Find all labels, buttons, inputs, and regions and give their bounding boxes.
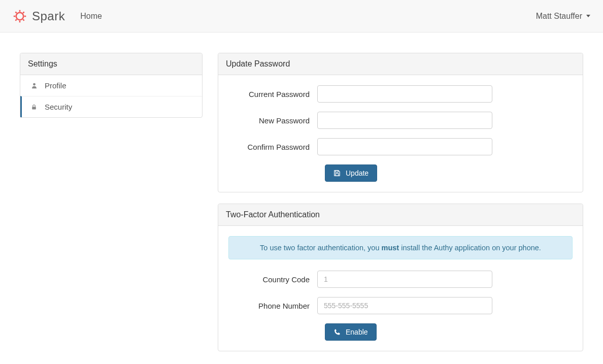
svg-rect-12 xyxy=(336,174,339,176)
save-icon xyxy=(333,170,341,177)
content-area: Update Password Current Password New Pas… xyxy=(218,53,583,362)
enable-button-label: Enable xyxy=(346,328,368,336)
svg-rect-11 xyxy=(336,171,338,173)
phone-number-input[interactable] xyxy=(317,297,492,314)
svg-line-8 xyxy=(23,12,24,13)
two-factor-panel: Two-Factor Authentication To use two fac… xyxy=(218,204,583,351)
user-menu-toggle[interactable]: Matt Stauffer xyxy=(536,12,590,21)
sidebar-item-label: Profile xyxy=(45,81,66,90)
info-text-suffix: install the Authy application on your ph… xyxy=(399,244,541,252)
update-password-panel: Update Password Current Password New Pas… xyxy=(218,53,583,192)
settings-panel: Settings Profile xyxy=(20,53,203,118)
country-code-label: Country Code xyxy=(228,275,317,284)
user-name: Matt Stauffer xyxy=(536,12,582,21)
svg-rect-10 xyxy=(32,107,36,109)
confirm-password-label: Confirm Password xyxy=(228,143,317,151)
current-password-input[interactable] xyxy=(317,85,492,103)
settings-nav-list: Profile Security xyxy=(20,75,202,117)
svg-line-5 xyxy=(15,12,16,13)
caret-down-icon xyxy=(586,15,590,17)
sidebar-item-profile[interactable]: Profile xyxy=(20,75,202,96)
phone-icon xyxy=(333,328,341,336)
confirm-password-input[interactable] xyxy=(317,138,492,155)
brand-link[interactable]: Spark xyxy=(13,9,65,23)
two-factor-title: Two-Factor Authentication xyxy=(218,204,583,226)
current-password-label: Current Password xyxy=(228,90,317,98)
sidebar-item-label: Security xyxy=(45,103,72,111)
info-text-prefix: To use two factor authentication, you xyxy=(260,244,381,252)
sidebar-item-security[interactable]: Security xyxy=(20,96,202,117)
phone-number-label: Phone Number xyxy=(228,302,317,310)
update-button-label: Update xyxy=(346,169,368,177)
user-icon xyxy=(30,82,38,89)
svg-line-7 xyxy=(15,19,16,20)
spark-logo-icon xyxy=(13,9,27,23)
country-code-input[interactable] xyxy=(317,271,492,288)
new-password-input[interactable] xyxy=(317,112,492,129)
svg-point-9 xyxy=(33,83,36,86)
sidebar: Settings Profile xyxy=(20,53,203,129)
lock-icon xyxy=(30,104,38,110)
new-password-label: New Password xyxy=(228,116,317,125)
navbar: Spark Home Matt Stauffer xyxy=(0,0,603,32)
two-factor-info-alert: To use two factor authentication, you mu… xyxy=(228,236,573,259)
svg-line-6 xyxy=(23,19,24,20)
brand-name: Spark xyxy=(32,9,65,23)
update-password-title: Update Password xyxy=(218,53,583,75)
enable-two-factor-button[interactable]: Enable xyxy=(325,323,377,341)
settings-panel-title: Settings xyxy=(20,53,202,75)
nav-home-link[interactable]: Home xyxy=(80,7,102,26)
svg-point-0 xyxy=(16,12,23,19)
info-text-strong: must xyxy=(382,244,399,252)
update-password-button[interactable]: Update xyxy=(325,164,377,182)
